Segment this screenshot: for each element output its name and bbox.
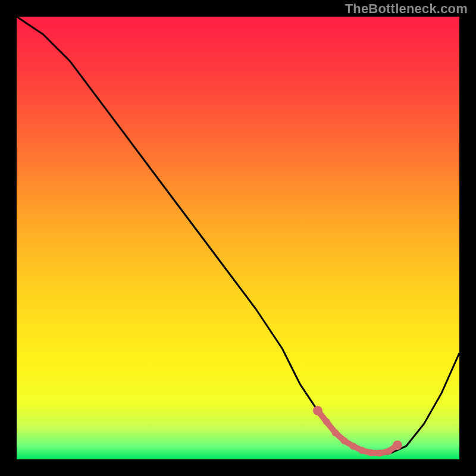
trough-marker bbox=[313, 406, 322, 415]
trough-marker bbox=[367, 449, 374, 456]
chart-frame: TheBottleneck.com bbox=[0, 0, 476, 476]
watermark-text: TheBottleneck.com bbox=[345, 1, 468, 17]
trough-marker bbox=[358, 447, 365, 454]
trough-marker bbox=[323, 418, 330, 425]
trough-connector bbox=[318, 411, 397, 453]
trough-marker-group bbox=[313, 406, 402, 456]
trough-marker bbox=[385, 448, 392, 455]
curve-layer bbox=[17, 17, 459, 459]
trough-marker bbox=[376, 450, 383, 457]
trough-marker bbox=[332, 429, 339, 436]
trough-marker bbox=[341, 437, 348, 444]
plot-area bbox=[17, 17, 459, 459]
trough-marker bbox=[393, 440, 402, 450]
bottleneck-curve bbox=[17, 17, 459, 454]
trough-marker bbox=[349, 443, 356, 450]
